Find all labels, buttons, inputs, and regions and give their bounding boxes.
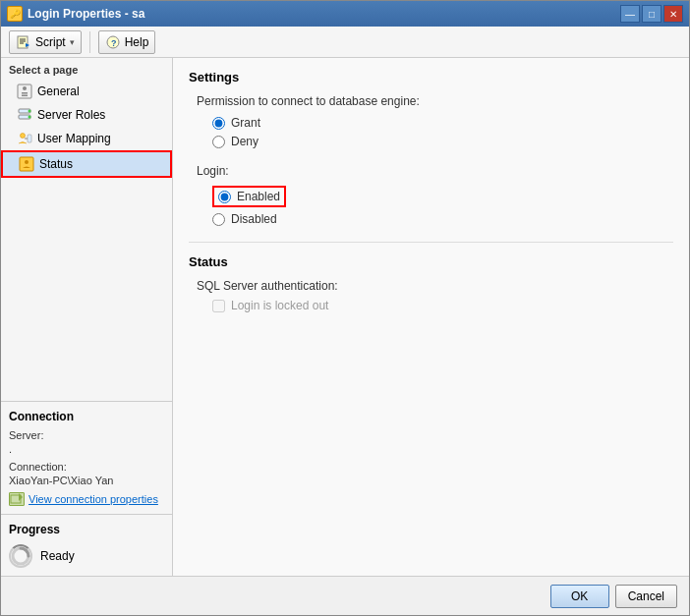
sidebar-nav: General Server Roles xyxy=(1,80,172,401)
progress-title: Progress xyxy=(9,523,164,536)
sql-auth-label: SQL Server authentication: xyxy=(189,279,673,293)
grant-radio[interactable] xyxy=(212,117,225,130)
connection-connection-label: Connection: xyxy=(9,461,164,473)
login-radio-group: Enabled Disabled xyxy=(197,186,673,226)
connection-server-value: . xyxy=(9,443,164,455)
locked-out-checkbox-item: Login is locked out xyxy=(189,299,673,312)
main-layout: Select a page General xyxy=(1,58,689,576)
sidebar-item-general[interactable]: General xyxy=(1,80,172,103)
disabled-radio[interactable] xyxy=(212,213,225,226)
title-bar-controls: — □ ✕ xyxy=(620,5,683,23)
toolbar: Script ▾ ? Help xyxy=(1,27,689,58)
disabled-label: Disabled xyxy=(231,212,277,226)
svg-point-8 xyxy=(23,86,27,90)
sidebar-item-user-mapping[interactable]: User Mapping xyxy=(1,127,172,150)
login-subsection: Login: Enabled Disabled xyxy=(189,164,673,226)
svg-point-14 xyxy=(29,116,31,119)
connection-link-icon xyxy=(9,492,25,506)
enabled-highlight: Enabled xyxy=(212,186,286,207)
svg-rect-16 xyxy=(28,135,31,142)
sidebar-item-general-label: General xyxy=(37,84,80,98)
connection-link-text: View connection properties xyxy=(29,493,158,505)
sidebar-item-status[interactable]: Status xyxy=(1,150,172,178)
progress-section: Progress Ready xyxy=(1,514,172,576)
close-button[interactable]: ✕ xyxy=(663,5,683,23)
permission-radio-group: Grant Deny xyxy=(197,116,673,148)
login-label: Login: xyxy=(197,164,673,178)
ok-button[interactable]: OK xyxy=(550,585,609,608)
general-icon xyxy=(17,84,32,99)
connection-section: Connection Server: . Connection: XiaoYan… xyxy=(1,401,172,514)
help-icon: ? xyxy=(105,34,121,50)
maximize-button[interactable]: □ xyxy=(642,5,661,23)
help-label: Help xyxy=(125,35,149,49)
sidebar-item-server-roles-label: Server Roles xyxy=(37,108,105,122)
svg-point-15 xyxy=(21,134,26,139)
svg-text:?: ? xyxy=(111,38,117,48)
progress-content: Ready xyxy=(9,544,164,568)
grant-label: Grant xyxy=(231,116,260,130)
status-section: Status SQL Server authentication: Login … xyxy=(189,254,673,312)
svg-point-19 xyxy=(25,160,29,164)
connection-connection-value: XiaoYan-PC\Xiao Yan xyxy=(9,475,164,486)
sidebar-item-user-mapping-label: User Mapping xyxy=(37,132,111,145)
view-connection-properties-link[interactable]: View connection properties xyxy=(9,492,164,506)
sidebar-item-status-label: Status xyxy=(39,157,73,171)
sidebar-item-server-roles[interactable]: Server Roles xyxy=(1,103,172,127)
title-bar-left: 🔑 Login Properties - sa xyxy=(7,6,144,22)
grant-radio-item: Grant xyxy=(212,116,673,130)
script-dropdown-arrow: ▾ xyxy=(70,37,75,47)
disabled-radio-item: Disabled xyxy=(212,212,673,226)
sidebar-header: Select a page xyxy=(1,58,172,80)
progress-spinner xyxy=(9,544,32,568)
deny-radio-item: Deny xyxy=(212,135,673,148)
content-area: Settings Permission to connect to databa… xyxy=(173,58,689,576)
cancel-button[interactable]: Cancel xyxy=(615,585,677,608)
permission-subsection: Permission to connect to database engine… xyxy=(189,94,673,148)
permission-label: Permission to connect to database engine… xyxy=(197,94,673,108)
main-window: 🔑 Login Properties - sa — □ ✕ Script ▾ xyxy=(0,0,690,616)
connection-server-label: Server: xyxy=(9,429,164,441)
server-roles-icon xyxy=(17,107,32,123)
progress-status: Ready xyxy=(40,549,75,563)
title-bar: 🔑 Login Properties - sa — □ ✕ xyxy=(1,1,689,27)
window-title: Login Properties - sa xyxy=(28,7,144,21)
svg-rect-9 xyxy=(22,92,28,94)
svg-point-13 xyxy=(29,110,31,113)
enabled-radio-item: Enabled xyxy=(212,186,673,207)
script-button[interactable]: Script ▾ xyxy=(9,30,82,54)
settings-header: Settings xyxy=(189,70,673,84)
help-button[interactable]: ? Help xyxy=(98,30,156,54)
deny-label: Deny xyxy=(231,135,259,148)
section-divider xyxy=(189,242,673,243)
minimize-button[interactable]: — xyxy=(620,5,640,23)
status-section-header: Status xyxy=(189,254,673,269)
user-mapping-icon xyxy=(17,131,32,146)
locked-out-label: Login is locked out xyxy=(231,299,328,312)
connection-title: Connection xyxy=(9,410,164,423)
sidebar: Select a page General xyxy=(1,58,173,576)
toolbar-separator xyxy=(89,31,90,53)
enabled-label: Enabled xyxy=(237,190,280,203)
svg-rect-10 xyxy=(22,95,28,97)
locked-out-checkbox[interactable] xyxy=(212,300,225,312)
script-label: Script xyxy=(35,35,66,49)
footer: OK Cancel xyxy=(1,576,689,615)
enabled-radio[interactable] xyxy=(218,191,231,203)
status-icon xyxy=(19,156,34,172)
window-icon: 🔑 xyxy=(7,6,23,22)
deny-radio[interactable] xyxy=(212,136,225,148)
script-icon xyxy=(16,34,31,50)
